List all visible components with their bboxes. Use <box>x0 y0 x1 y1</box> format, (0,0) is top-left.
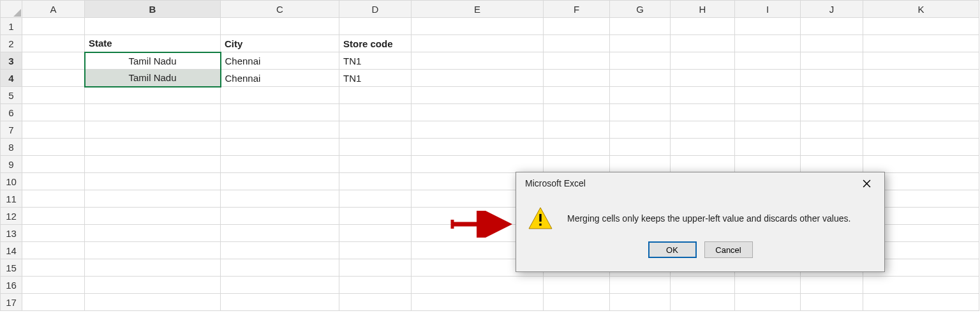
cell-K6[interactable] <box>863 104 979 121</box>
cell-H8[interactable] <box>671 139 735 156</box>
cell-C16[interactable] <box>221 277 339 294</box>
cell-H6[interactable] <box>671 104 735 121</box>
cell-B12[interactable] <box>85 208 221 225</box>
cell-K4[interactable] <box>863 70 979 87</box>
cell-K9[interactable] <box>863 156 979 173</box>
cell-D11[interactable] <box>339 190 412 208</box>
cell-H1[interactable] <box>671 18 735 35</box>
col-header-H[interactable]: H <box>671 1 735 18</box>
cell-D2[interactable]: Store code <box>339 35 412 52</box>
cell-B14[interactable] <box>85 242 221 259</box>
row-header-6[interactable]: 6 <box>1 104 22 121</box>
cell-I6[interactable] <box>735 104 801 121</box>
row-header-5[interactable]: 5 <box>1 87 22 104</box>
cell-C13[interactable] <box>221 225 339 242</box>
cell-B8[interactable] <box>85 139 221 156</box>
row-header-17[interactable]: 17 <box>1 294 22 311</box>
cell-E17[interactable] <box>412 294 544 311</box>
cell-C14[interactable] <box>221 242 339 259</box>
col-header-E[interactable]: E <box>412 1 544 18</box>
ok-button[interactable]: OK <box>648 241 697 258</box>
cell-C17[interactable] <box>221 294 339 311</box>
cell-I4[interactable] <box>735 70 801 87</box>
row-header-14[interactable]: 14 <box>1 242 22 259</box>
row-header-13[interactable]: 13 <box>1 225 22 242</box>
cell-D15[interactable] <box>339 259 412 277</box>
cell-D6[interactable] <box>339 104 412 121</box>
cell-C9[interactable] <box>221 156 339 173</box>
cell-F9[interactable] <box>544 156 610 173</box>
col-header-B[interactable]: B <box>85 1 221 18</box>
cell-G1[interactable] <box>610 18 671 35</box>
cell-I17[interactable] <box>735 294 801 311</box>
cell-J6[interactable] <box>801 104 863 121</box>
cell-B6[interactable] <box>85 104 221 121</box>
cell-K1[interactable] <box>863 18 979 35</box>
cell-F1[interactable] <box>544 18 610 35</box>
cell-B9[interactable] <box>85 156 221 173</box>
cell-A6[interactable] <box>22 104 85 121</box>
cell-A12[interactable] <box>22 208 85 225</box>
cell-I3[interactable] <box>735 52 801 70</box>
cell-J8[interactable] <box>801 139 863 156</box>
cell-I7[interactable] <box>735 121 801 139</box>
cell-G2[interactable] <box>610 35 671 52</box>
row-header-4[interactable]: 4 <box>1 70 22 87</box>
cell-A10[interactable] <box>22 173 85 190</box>
cell-D4[interactable]: TN1 <box>339 70 412 87</box>
cell-C11[interactable] <box>221 190 339 208</box>
cell-A1[interactable] <box>22 18 85 35</box>
cell-D3[interactable]: TN1 <box>339 52 412 70</box>
cell-K8[interactable] <box>863 139 979 156</box>
cell-K17[interactable] <box>863 294 979 311</box>
row-header-2[interactable]: 2 <box>1 35 22 52</box>
cell-F8[interactable] <box>544 139 610 156</box>
cell-D5[interactable] <box>339 87 412 104</box>
cell-E16[interactable] <box>412 277 544 294</box>
cell-H2[interactable] <box>671 35 735 52</box>
cell-H3[interactable] <box>671 52 735 70</box>
cell-A2[interactable] <box>22 35 85 52</box>
cell-D7[interactable] <box>339 121 412 139</box>
cell-D12[interactable] <box>339 208 412 225</box>
row-header-8[interactable]: 8 <box>1 139 22 156</box>
cell-B2[interactable]: State <box>85 35 221 52</box>
cell-J1[interactable] <box>801 18 863 35</box>
cell-C3[interactable]: Chennai <box>221 52 339 70</box>
cell-B16[interactable] <box>85 277 221 294</box>
cell-I16[interactable] <box>735 277 801 294</box>
cancel-button[interactable]: Cancel <box>704 241 753 258</box>
cell-H17[interactable] <box>671 294 735 311</box>
cell-A4[interactable] <box>22 70 85 87</box>
dialog-titlebar[interactable]: Microsoft Excel <box>516 172 884 194</box>
cell-A14[interactable] <box>22 242 85 259</box>
cell-A15[interactable] <box>22 259 85 277</box>
cell-F6[interactable] <box>544 104 610 121</box>
row-header-9[interactable]: 9 <box>1 156 22 173</box>
cell-G9[interactable] <box>610 156 671 173</box>
cell-K2[interactable] <box>863 35 979 52</box>
cell-C12[interactable] <box>221 208 339 225</box>
cell-G5[interactable] <box>610 87 671 104</box>
cell-C2[interactable]: City <box>221 35 339 52</box>
col-header-I[interactable]: I <box>735 1 801 18</box>
cell-E5[interactable] <box>412 87 544 104</box>
cell-D8[interactable] <box>339 139 412 156</box>
cell-G8[interactable] <box>610 139 671 156</box>
cell-C4[interactable]: Chennai <box>221 70 339 87</box>
cell-F17[interactable] <box>544 294 610 311</box>
row-header-12[interactable]: 12 <box>1 208 22 225</box>
select-all-corner[interactable] <box>1 1 22 18</box>
cell-D16[interactable] <box>339 277 412 294</box>
cell-H9[interactable] <box>671 156 735 173</box>
cell-A8[interactable] <box>22 139 85 156</box>
cell-K3[interactable] <box>863 52 979 70</box>
col-header-D[interactable]: D <box>339 1 412 18</box>
cell-G7[interactable] <box>610 121 671 139</box>
cell-C8[interactable] <box>221 139 339 156</box>
cell-C10[interactable] <box>221 173 339 190</box>
cell-A16[interactable] <box>22 277 85 294</box>
cell-A9[interactable] <box>22 156 85 173</box>
cell-F2[interactable] <box>544 35 610 52</box>
cell-K7[interactable] <box>863 121 979 139</box>
